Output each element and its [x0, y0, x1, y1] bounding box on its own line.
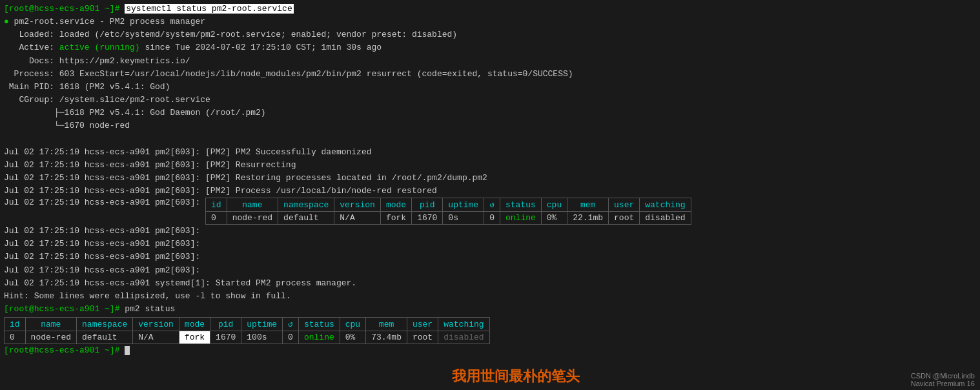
b-cell-name: node-red [25, 331, 76, 344]
b-col-watching: watching [438, 318, 489, 331]
col-restart: ↺ [484, 198, 500, 212]
b-cell-watching: disabled [438, 331, 489, 344]
col-cpu: cpu [541, 198, 567, 212]
b-col-cpu: cpu [340, 318, 365, 331]
b-col-status: status [298, 318, 340, 331]
log-line-7: Jul 02 17:25:10 hcss-ecs-a901 pm2[603]: [4, 238, 976, 251]
csdn-username: CSDN @MicroLindb [911, 372, 975, 380]
started-line: Jul 02 17:25:10 hcss-ecs-a901 systemd[1]… [4, 277, 976, 290]
cell-cpu: 0% [541, 212, 567, 225]
log-line-6: Jul 02 17:25:10 hcss-ecs-a901 pm2[603]: [4, 225, 976, 238]
b-cell-namespace: default [77, 331, 133, 344]
prompt-1: [root@hcss-ecs-a901 ~]# [4, 4, 125, 14]
b-col-user: user [407, 318, 438, 331]
b-cell-status: online [298, 331, 340, 344]
bullet-icon: ● [4, 17, 9, 26]
inline-table-row-0: 0 node-red default N/A fork 1670 0s 0 on… [206, 212, 691, 225]
col-mode: mode [380, 198, 411, 212]
command-line-2: [root@hcss-ecs-a901 ~]# pm2 status [4, 303, 976, 316]
bottom-table-section: id name namespace version mode pid uptim… [4, 317, 976, 344]
docs-line: Docs: https://pm2.keymetrics.io/ [4, 55, 976, 68]
cell-namespace: default [278, 212, 334, 225]
cell-uptime: 0s [443, 212, 484, 225]
bottom-table-header-row: id name namespace version mode pid uptim… [5, 318, 490, 331]
b-cell-mem: 73.4mb [366, 331, 407, 344]
csdn-badge: CSDN @MicroLindb Navicat Premium 16 [911, 372, 975, 387]
col-name: name [227, 198, 278, 212]
log-table-section: Jul 02 17:25:10 hcss-ecs-a901 pm2[603]: … [4, 198, 976, 225]
blank-line [4, 132, 976, 145]
log-line-9: Jul 02 17:25:10 hcss-ecs-a901 pm2[603]: [4, 264, 976, 277]
b-col-name: name [25, 318, 76, 331]
cgroup-line: CGroup: /system.slice/pm2-root.service [4, 94, 976, 107]
prompt-3: [root@hcss-ecs-a901 ~]# [4, 345, 125, 355]
col-namespace: namespace [278, 198, 334, 212]
command-line-3: [root@hcss-ecs-a901 ~]# [4, 344, 976, 357]
service-name-line: ● pm2-root.service - PM2 process manager [4, 15, 976, 28]
b-col-pid: pid [210, 318, 241, 331]
tree-line-1: ├─1618 PM2 v5.4.1: God Daemon (/root/.pm… [4, 107, 976, 119]
navicat-label: Navicat Premium 16 [911, 380, 975, 387]
bottom-pm2-table: id name namespace version mode pid uptim… [4, 317, 490, 344]
log-line-2: Jul 02 17:25:10 hcss-ecs-a901 pm2[603]: … [4, 159, 976, 172]
log-line-1: Jul 02 17:25:10 hcss-ecs-a901 pm2[603]: … [4, 146, 976, 159]
b-cell-cpu: 0% [340, 331, 365, 344]
tree-line-2: └─1670 node-red [4, 119, 976, 132]
command-text-2: pm2 status [125, 304, 175, 314]
command-text-1: systemctl status pm2-root.service [125, 4, 293, 14]
cursor-block [125, 346, 130, 355]
service-name: pm2-root.service - PM2 process manager [9, 17, 205, 26]
watermark-text: 我用世间最朴的笔头 [452, 367, 580, 386]
cell-watching: disabled [640, 212, 691, 225]
b-cell-restart: 0 [283, 331, 299, 344]
command-line-1: [root@hcss-ecs-a901 ~]# systemctl status… [4, 3, 976, 15]
col-status: status [500, 198, 542, 212]
active-status: active (running) [59, 43, 140, 52]
bottom-table-row-0: 0 node-red default N/A fork 1670 100s 0 … [5, 331, 490, 344]
b-cell-version: N/A [133, 331, 179, 344]
log-line-4: Jul 02 17:25:10 hcss-ecs-a901 pm2[603]: … [4, 185, 976, 198]
col-pid: pid [412, 198, 443, 212]
col-uptime: uptime [443, 198, 484, 212]
cell-status: online [500, 212, 542, 225]
b-col-version: version [133, 318, 179, 331]
log-line-8: Jul 02 17:25:10 hcss-ecs-a901 pm2[603]: [4, 251, 976, 263]
col-watching: watching [640, 198, 691, 212]
cell-pid: 1670 [412, 212, 443, 225]
hint-line: Hint: Some lines were ellipsized, use -l… [4, 290, 976, 303]
cell-mem: 22.1mb [567, 212, 609, 225]
cell-name: node-red [227, 212, 278, 225]
b-cell-id: 0 [5, 331, 26, 344]
b-cell-user: root [407, 331, 438, 344]
cell-user: root [609, 212, 640, 225]
b-cell-uptime: 100s [241, 331, 283, 344]
b-cell-pid: 1670 [210, 331, 241, 344]
cell-mode: fork [380, 212, 411, 225]
log-prefix-5: Jul 02 17:25:10 hcss-ecs-a901 pm2[603]: [4, 198, 205, 207]
log-line-3: Jul 02 17:25:10 hcss-ecs-a901 pm2[603]: … [4, 172, 976, 185]
cell-restart: 0 [484, 212, 500, 225]
b-col-mem: mem [366, 318, 407, 331]
b-cell-mode: fork [179, 331, 210, 344]
b-col-restart: ↺ [283, 318, 299, 331]
b-col-uptime: uptime [241, 318, 283, 331]
inline-table-header-row: id name namespace version mode pid uptim… [206, 198, 691, 212]
inline-pm2-table: id name namespace version mode pid uptim… [205, 198, 691, 225]
col-mem: mem [567, 198, 609, 212]
prompt-2: [root@hcss-ecs-a901 ~]# [4, 304, 125, 314]
active-line: Active: active (running) since Tue 2024-… [4, 41, 976, 54]
loaded-line: Loaded: loaded (/etc/systemd/system/pm2-… [4, 28, 976, 41]
col-user: user [609, 198, 640, 212]
terminal-window: [root@hcss-ecs-a901 ~]# systemctl status… [0, 0, 980, 390]
b-col-id: id [5, 318, 26, 331]
mainpid-line: Main PID: 1618 (PM2 v5.4.1: God) [4, 81, 976, 94]
b-col-mode: mode [179, 318, 210, 331]
b-col-namespace: namespace [77, 318, 133, 331]
col-version: version [334, 198, 381, 212]
process-line: Process: 603 ExecStart=/usr/local/nodejs… [4, 68, 976, 81]
cell-version: N/A [334, 212, 381, 225]
col-id: id [206, 198, 227, 212]
cell-id: 0 [206, 212, 227, 225]
